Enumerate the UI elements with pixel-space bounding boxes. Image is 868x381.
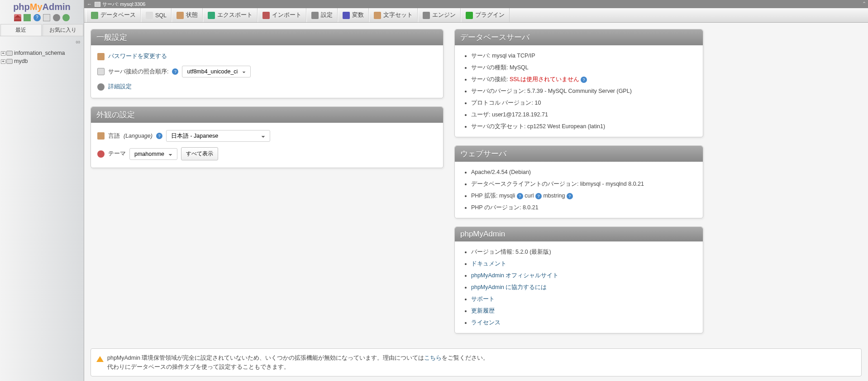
- server-info-item: サーバの文字セット: cp1252 West European (latin1): [471, 121, 696, 132]
- server-label: サーバ:: [102, 1, 119, 8]
- config-warning-notice: phpMyAdmin 環境保管領域が完全に設定されていないため、いくつかの拡張機…: [91, 348, 862, 376]
- nav-tab-icon: [374, 12, 381, 19]
- notice-link[interactable]: こちら: [424, 355, 442, 361]
- server-info-item: サーバの接続: SSLは使用されていません: [471, 73, 696, 85]
- pma-link[interactable]: phpMyAdmin に協力するには: [471, 284, 547, 290]
- pma-link-item: ドキュメント: [471, 258, 696, 270]
- pma-link-item: phpMyAdmin オフィシャルサイト: [471, 270, 696, 281]
- webserver-phpext: PHP 拡張: mysqli curl mbstring: [471, 190, 696, 202]
- logo-admin: Admin: [43, 2, 71, 12]
- password-icon: [97, 53, 105, 60]
- db-node-mydb[interactable]: +mydb: [1, 57, 83, 65]
- server-icon: [95, 2, 100, 7]
- logout-icon[interactable]: [24, 14, 31, 21]
- settings-icon[interactable]: [53, 14, 60, 21]
- nav-tab-label: プラグイン: [475, 11, 505, 19]
- db-label: mydb: [14, 58, 28, 64]
- nav-tab-label: エクスポート: [217, 11, 253, 19]
- theme-icon: [97, 150, 105, 158]
- pma-version: バージョン情報: 5.2.0 (最新版): [471, 246, 696, 258]
- more-settings-link[interactable]: 詳細設定: [108, 83, 132, 91]
- language-select[interactable]: 日本語 - Japanese: [166, 130, 270, 142]
- nav-tab-label: データベース: [100, 11, 136, 19]
- collapse-icon[interactable]: ⌃: [862, 1, 866, 7]
- collation-label: サーバ接続の照合順序:: [108, 68, 168, 76]
- pma-link[interactable]: ライセンス: [471, 319, 501, 326]
- panel-title: 外観の設定: [91, 107, 443, 123]
- sql-query-icon[interactable]: [43, 14, 50, 21]
- db-label: information_schema: [14, 50, 65, 56]
- nav-tab-icon: [311, 12, 319, 19]
- help-icon[interactable]: [517, 193, 523, 199]
- help-icon[interactable]: [156, 133, 162, 139]
- back-icon[interactable]: ←: [87, 1, 92, 7]
- nav-tab-3[interactable]: エクスポート: [203, 8, 258, 22]
- sidebar-tabs: 最近 お気に入り: [0, 24, 84, 36]
- gear-icon: [97, 83, 105, 91]
- reload-icon[interactable]: [62, 14, 70, 21]
- pma-link[interactable]: phpMyAdmin オフィシャルサイト: [471, 272, 558, 279]
- panel-phpmyadmin: phpMyAdmin バージョン情報: 5.2.0 (最新版) ドキュメントph…: [454, 227, 703, 333]
- tab-recent[interactable]: 最近: [0, 24, 42, 36]
- nav-tab-8[interactable]: エンジン: [418, 8, 461, 22]
- webserver-client: データベースクライアントのバージョン: libmysql - mysqlnd 8…: [471, 178, 696, 190]
- language-icon: [97, 132, 105, 140]
- help-icon[interactable]: [567, 193, 573, 199]
- db-node-information-schema[interactable]: +information_schema: [1, 49, 83, 57]
- nav-tab-2[interactable]: 状態: [172, 8, 203, 22]
- pma-link[interactable]: 更新履歴: [471, 308, 495, 314]
- home-icon[interactable]: [14, 14, 21, 21]
- pma-link[interactable]: サポート: [471, 296, 495, 302]
- nav-tab-label: 変数: [352, 11, 364, 19]
- panel-web-server: ウェブサーバ Apache/2.4.54 (Debian) データベースクライア…: [454, 145, 703, 218]
- docs-icon[interactable]: [33, 14, 41, 21]
- nav-tab-6[interactable]: 変数: [338, 8, 369, 22]
- logo-my: My: [30, 2, 43, 12]
- database-icon: [6, 51, 13, 56]
- database-icon: [6, 59, 13, 64]
- help-icon[interactable]: [581, 77, 587, 83]
- server-name: mysql:3306: [120, 1, 145, 7]
- change-password-link[interactable]: パスワードを変更する: [108, 53, 167, 60]
- server-breadcrumb: ← サーバ: mysql:3306 ⌃: [84, 0, 868, 8]
- collation-icon: [97, 68, 105, 75]
- database-tree: +information_schema +mydb: [0, 47, 84, 67]
- nav-tab-4[interactable]: インポート: [258, 8, 306, 22]
- pma-link-item: phpMyAdmin に協力するには: [471, 281, 696, 293]
- nav-tab-label: 設定: [321, 11, 333, 19]
- link-icon[interactable]: ∞: [0, 36, 84, 47]
- help-icon[interactable]: [172, 68, 178, 75]
- nav-tab-5[interactable]: 設定: [306, 8, 338, 22]
- panel-appearance: 外観の設定 言語 (Language) 日本語 - Japanese テーマ p…: [91, 106, 444, 168]
- tab-favorites[interactable]: お気に入り: [43, 24, 84, 36]
- nav-tab-icon: [176, 12, 184, 19]
- server-info-item: プロトコル バージョン: 10: [471, 97, 696, 109]
- server-info-item: ユーザ: user1@172.18.192.71: [471, 109, 696, 121]
- webserver-apache: Apache/2.4.54 (Debian): [471, 166, 696, 178]
- panel-title: 一般設定: [91, 29, 443, 45]
- help-icon[interactable]: [535, 193, 542, 199]
- nav-tab-7[interactable]: 文字セット: [369, 8, 418, 22]
- pma-link[interactable]: ドキュメント: [471, 260, 506, 267]
- nav-tab-0[interactable]: データベース: [86, 8, 141, 22]
- logo[interactable]: phpMyAdmin: [0, 0, 84, 13]
- nav-tab-9[interactable]: プラグイン: [461, 8, 510, 22]
- nav-tab-label: エンジン: [432, 11, 456, 19]
- nav-tab-1[interactable]: SQL: [141, 8, 172, 22]
- nav-tab-icon: [466, 12, 473, 19]
- expand-icon[interactable]: +: [1, 51, 5, 56]
- warning-icon: [96, 352, 104, 362]
- collation-select[interactable]: utf8mb4_unicode_ci: [182, 66, 251, 77]
- expand-icon[interactable]: +: [1, 59, 5, 64]
- panel-general-settings: 一般設定 パスワードを変更する サーバ接続の照合順序: utf8mb4_unic…: [91, 29, 444, 98]
- view-all-themes-button[interactable]: すべて表示: [181, 147, 218, 160]
- nav-tab-label: SQL: [155, 12, 167, 19]
- top-nav-tabs: データベースSQL状態エクスポートインポート設定変数文字セットエンジンプラグイン: [84, 8, 868, 23]
- panel-title: ウェブサーバ: [455, 146, 703, 162]
- theme-label: テーマ: [108, 150, 126, 158]
- main-content: 一般設定 パスワードを変更する サーバ接続の照合順序: utf8mb4_unic…: [84, 23, 868, 381]
- nav-tab-label: 状態: [186, 11, 198, 19]
- sidebar-toolbar: [0, 13, 84, 24]
- server-info-item: サーバの種類: MySQL: [471, 62, 696, 73]
- theme-select[interactable]: pmahomme: [129, 148, 177, 160]
